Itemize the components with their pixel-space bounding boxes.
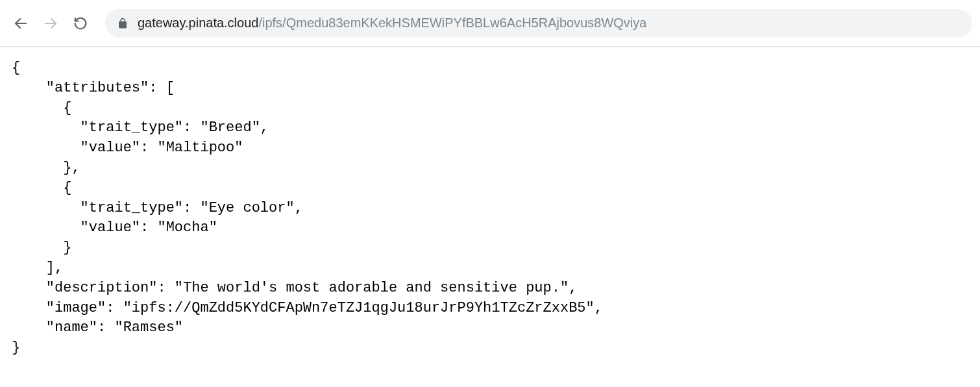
forward-button[interactable] [38,10,64,36]
address-bar[interactable]: gateway.pinata.cloud/ipfs/Qmedu83emKKekH… [105,9,972,38]
url-text: gateway.pinata.cloud/ipfs/Qmedu83emKKekH… [138,16,646,31]
back-button[interactable] [8,10,34,36]
page-content: { "attributes": [ { "trait_type": "Breed… [0,47,980,370]
url-path: /ipfs/Qmedu83emKKekHSMEWiPYfBBLw6AcH5RAj… [258,16,646,30]
browser-toolbar: gateway.pinata.cloud/ipfs/Qmedu83emKKekH… [0,0,980,47]
lock-icon [117,18,129,29]
json-body: { "attributes": [ { "trait_type": "Breed… [12,58,968,358]
reload-button[interactable] [67,10,93,36]
url-domain: gateway.pinata.cloud [138,16,258,30]
